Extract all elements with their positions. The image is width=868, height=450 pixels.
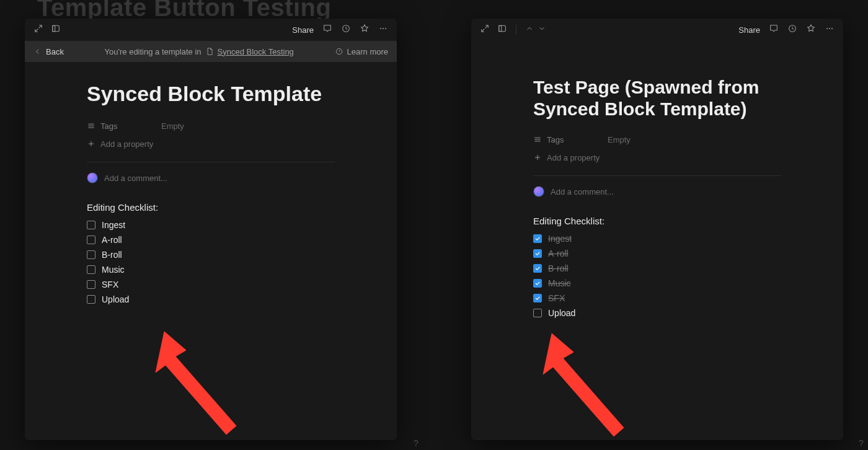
pane-left: Share Back You're ed bbox=[25, 19, 397, 440]
todo-item[interactable]: Music bbox=[87, 262, 335, 277]
add-property-label: Add a property bbox=[100, 139, 153, 149]
add-property-label: Add a property bbox=[547, 153, 600, 162]
peek-mode-icon[interactable] bbox=[497, 24, 507, 36]
back-label: Back bbox=[46, 47, 64, 56]
svg-point-5 bbox=[385, 28, 386, 29]
comments-icon[interactable] bbox=[769, 24, 779, 36]
add-property-button[interactable]: Add a property bbox=[533, 148, 781, 167]
todo-item[interactable]: SFX bbox=[533, 291, 781, 306]
svg-point-3 bbox=[380, 28, 381, 29]
todo-item[interactable]: SFX bbox=[87, 277, 335, 292]
updates-icon[interactable] bbox=[787, 24, 797, 36]
todo-label: Ingest bbox=[102, 220, 125, 230]
prev-record-icon[interactable] bbox=[525, 24, 534, 35]
todo-label: B-roll bbox=[548, 263, 569, 273]
favorite-icon[interactable] bbox=[360, 24, 370, 36]
checklist-left: IngestA-rollB-rollMusicSFXUpload bbox=[87, 218, 335, 307]
todo-label: Music bbox=[548, 278, 571, 288]
comments-icon[interactable] bbox=[322, 24, 332, 36]
section-heading[interactable]: Editing Checklist: bbox=[533, 216, 781, 226]
page-title[interactable]: Test Page (Spawned from Synced Block Tem… bbox=[533, 77, 781, 120]
section-heading[interactable]: Editing Checklist: bbox=[87, 202, 335, 213]
svg-marker-14 bbox=[543, 333, 624, 436]
checkbox[interactable] bbox=[533, 294, 542, 302]
todo-item[interactable]: B-roll bbox=[533, 261, 781, 276]
expand-icon[interactable] bbox=[33, 24, 43, 36]
help-icon[interactable]: ? bbox=[854, 436, 868, 450]
todo-label: B-roll bbox=[102, 250, 122, 260]
todo-label: SFX bbox=[548, 293, 565, 303]
tags-value: Empty bbox=[161, 121, 184, 131]
share-button[interactable]: Share bbox=[738, 25, 760, 35]
checkbox[interactable] bbox=[533, 264, 542, 273]
svg-rect-8 bbox=[499, 25, 506, 31]
avatar bbox=[533, 186, 544, 197]
template-banner: Back You're editing a template in Synced… bbox=[25, 41, 397, 62]
todo-label: Ingest bbox=[548, 234, 572, 244]
expand-icon[interactable] bbox=[480, 24, 490, 36]
checkbox[interactable] bbox=[533, 249, 542, 258]
todo-label: A-roll bbox=[102, 235, 122, 245]
pane-right: Share Test Page (Spawned from Synced Blo… bbox=[471, 19, 843, 440]
todo-item[interactable]: A-roll bbox=[533, 246, 781, 261]
svg-rect-1 bbox=[53, 25, 55, 31]
pane-left-topbar: Share bbox=[25, 19, 397, 41]
checkbox[interactable] bbox=[87, 265, 95, 274]
todo-item[interactable]: Upload bbox=[533, 306, 781, 320]
tags-icon bbox=[533, 135, 542, 144]
back-button[interactable]: Back bbox=[33, 47, 64, 56]
checkbox[interactable] bbox=[87, 250, 95, 259]
todo-label: Upload bbox=[548, 308, 575, 318]
checkbox[interactable] bbox=[87, 295, 95, 304]
avatar bbox=[87, 172, 98, 183]
todo-label: Upload bbox=[102, 294, 129, 304]
svg-rect-9 bbox=[499, 25, 502, 31]
todo-item[interactable]: Ingest bbox=[87, 218, 335, 232]
checkbox[interactable] bbox=[87, 236, 95, 244]
tags-label: Tags bbox=[100, 121, 117, 131]
property-row-tags[interactable]: Tags Empty bbox=[533, 131, 781, 148]
checkbox[interactable] bbox=[87, 280, 95, 289]
pane-right-topbar: Share bbox=[471, 19, 843, 41]
tags-value: Empty bbox=[608, 135, 631, 144]
updates-icon[interactable] bbox=[341, 24, 351, 36]
todo-label: A-roll bbox=[548, 249, 569, 258]
checkbox[interactable] bbox=[533, 234, 542, 243]
svg-point-4 bbox=[383, 28, 384, 29]
todo-item[interactable]: B-roll bbox=[87, 247, 335, 262]
favorite-icon[interactable] bbox=[806, 24, 816, 36]
checkbox[interactable] bbox=[533, 279, 542, 288]
page-icon bbox=[205, 47, 214, 56]
more-icon[interactable] bbox=[825, 24, 835, 36]
tags-label: Tags bbox=[547, 135, 564, 144]
more-icon[interactable] bbox=[378, 24, 388, 36]
plus-icon bbox=[533, 153, 542, 162]
comment-placeholder: Add a comment... bbox=[551, 187, 614, 196]
todo-label: Music bbox=[102, 265, 125, 275]
todo-item[interactable]: Ingest bbox=[533, 231, 781, 246]
todo-item[interactable]: A-roll bbox=[87, 232, 335, 247]
peek-mode-icon[interactable] bbox=[51, 24, 61, 36]
page-title[interactable]: Synced Block Template bbox=[87, 82, 335, 106]
todo-label: SFX bbox=[102, 280, 118, 289]
svg-rect-0 bbox=[53, 25, 60, 31]
todo-item[interactable]: Music bbox=[533, 276, 781, 291]
next-record-icon[interactable] bbox=[538, 24, 546, 35]
learn-more-label: Learn more bbox=[347, 47, 388, 56]
tags-icon bbox=[87, 121, 95, 130]
property-row-tags[interactable]: Tags Empty bbox=[87, 117, 335, 135]
add-comment-row[interactable]: Add a comment... bbox=[87, 169, 335, 187]
svg-marker-7 bbox=[156, 332, 236, 435]
parent-page-link[interactable]: Synced Block Testing bbox=[218, 47, 294, 56]
help-icon[interactable]: ? bbox=[409, 436, 423, 450]
add-comment-row[interactable]: Add a comment... bbox=[533, 182, 781, 201]
add-property-button[interactable]: Add a property bbox=[87, 135, 335, 153]
learn-more-button[interactable]: Learn more bbox=[335, 47, 388, 56]
divider bbox=[87, 162, 335, 162]
checkbox[interactable] bbox=[87, 221, 95, 229]
svg-point-12 bbox=[829, 28, 830, 29]
checkbox[interactable] bbox=[533, 309, 542, 317]
todo-item[interactable]: Upload bbox=[87, 292, 335, 307]
annotation-arrow-icon bbox=[515, 315, 651, 450]
share-button[interactable]: Share bbox=[292, 25, 314, 35]
